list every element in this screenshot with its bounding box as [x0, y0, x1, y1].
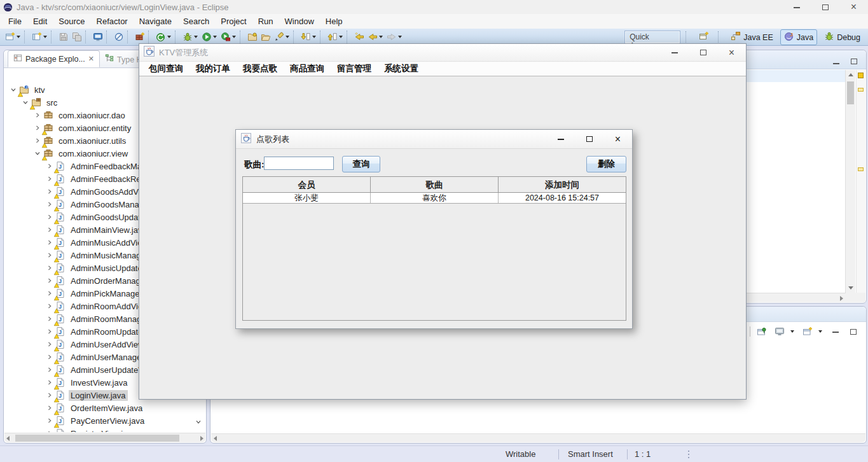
open-console-icon[interactable]: [801, 325, 814, 339]
tree-item-registerview-java[interactable]: JRegisterView.java: [4, 427, 205, 432]
debug-icon[interactable]: [181, 30, 194, 44]
pin-console-icon[interactable]: [755, 325, 768, 339]
dropdown-arrow-icon[interactable]: [213, 36, 217, 38]
menu-source[interactable]: Source: [53, 14, 90, 29]
menu-navigate[interactable]: Navigate: [134, 14, 177, 29]
dialog-minimize-button[interactable]: [546, 130, 575, 148]
toolbar-separator: [240, 31, 244, 43]
close-button[interactable]: [839, 0, 868, 14]
dropdown-arrow-icon[interactable]: [43, 36, 47, 38]
dropdown-arrow-icon[interactable]: [339, 36, 343, 38]
ktv-menu-item[interactable]: 留言管理: [331, 62, 378, 76]
terminal-icon[interactable]: [91, 30, 104, 44]
tree-horizontal-scrollbar[interactable]: [4, 433, 205, 442]
tab-label: Package Explo...: [25, 55, 85, 64]
table-row[interactable]: 张小斐喜欢你2024-08-16 15:24:57: [243, 193, 626, 204]
scroll-left-icon[interactable]: [214, 436, 217, 441]
column-header[interactable]: 歌曲: [371, 177, 499, 192]
refresh-icon[interactable]: [154, 30, 167, 44]
open-resource-icon[interactable]: [259, 30, 272, 44]
collapsed-chevron-icon[interactable]: [45, 428, 55, 432]
scroll-right-icon[interactable]: [200, 436, 203, 441]
run-icon[interactable]: [200, 30, 213, 44]
dropdown-arrow-icon[interactable]: [818, 330, 822, 333]
new-project-icon[interactable]: [30, 30, 43, 44]
ktv-menu-item[interactable]: 系统设置: [378, 62, 425, 76]
query-button[interactable]: 查询: [342, 156, 380, 172]
column-header[interactable]: 添加时间: [499, 177, 626, 192]
menu-project[interactable]: Project: [215, 14, 252, 29]
tree-item-orderitemview-java[interactable]: JOrderItemView.java: [4, 402, 205, 414]
tree-scroll-down-icon[interactable]: [194, 417, 203, 429]
mark-occurrences-icon[interactable]: [272, 30, 286, 44]
last-edit-icon[interactable]: [326, 30, 339, 44]
skip-breakpoints-icon[interactable]: [112, 30, 125, 44]
occurrence-marker[interactable]: [858, 167, 864, 171]
occurrence-marker[interactable]: [858, 73, 864, 78]
dropdown-arrow-icon[interactable]: [17, 36, 20, 38]
song-input[interactable]: [264, 157, 334, 170]
dialog-close-button[interactable]: [603, 130, 632, 148]
ktv-close-button[interactable]: [717, 44, 746, 61]
perspective-java[interactable]: JJava: [780, 29, 817, 45]
dropdown-arrow-icon[interactable]: [167, 36, 171, 38]
menu-search[interactable]: Search: [177, 14, 215, 29]
delete-button[interactable]: 删除: [586, 156, 626, 172]
new-wizard-icon[interactable]: [3, 30, 17, 44]
quick-access-input[interactable]: Quick Access: [625, 31, 680, 43]
ktv-menu-item[interactable]: 我的订单: [189, 62, 237, 76]
console-horizontal-scrollbar[interactable]: [211, 433, 865, 442]
menu-edit[interactable]: Edit: [27, 14, 53, 29]
dropdown-arrow-icon[interactable]: [286, 36, 289, 38]
back-star-icon[interactable]: [352, 30, 366, 44]
scroll-up-icon[interactable]: [848, 73, 853, 76]
scrollbar-thumb[interactable]: [15, 435, 179, 442]
dropdown-arrow-icon[interactable]: [790, 330, 794, 333]
menu-run[interactable]: Run: [252, 14, 279, 29]
open-type-icon[interactable]: [245, 30, 259, 44]
tab-package-explorer[interactable]: Package Explo... ✕: [8, 50, 100, 67]
dropdown-arrow-icon[interactable]: [312, 36, 316, 38]
close-tab-icon[interactable]: ✕: [88, 55, 94, 62]
menu-refactor[interactable]: Refactor: [91, 14, 134, 29]
dropdown-arrow-icon[interactable]: [379, 36, 383, 38]
maximize-view-icon[interactable]: [846, 325, 860, 339]
scroll-right-icon[interactable]: [840, 296, 843, 301]
back-icon[interactable]: [366, 30, 379, 44]
tree-item-paycenterview-java[interactable]: JPayCenterView.java: [4, 414, 205, 427]
new-package-icon[interactable]: [133, 30, 146, 44]
editor-vertical-scrollbar[interactable]: [845, 70, 855, 293]
menu-bar: FileEditSourceRefactorNavigateSearchProj…: [0, 14, 868, 29]
next-annotation-icon[interactable]: [299, 30, 312, 44]
minimize-button[interactable]: [782, 0, 811, 14]
maximize-editor-icon[interactable]: [851, 55, 857, 67]
ktv-maximize-button[interactable]: [689, 44, 717, 61]
run-external-icon[interactable]: [219, 30, 232, 44]
ktv-menu-item[interactable]: 商品查询: [284, 62, 331, 76]
collapsed-chevron-icon[interactable]: [32, 110, 43, 120]
ktv-menu-item[interactable]: 我要点歌: [237, 62, 284, 76]
menu-window[interactable]: Window: [279, 14, 320, 29]
menu-help[interactable]: Help: [320, 14, 348, 29]
perspective-debug[interactable]: Debug: [820, 29, 864, 45]
dropdown-arrow-icon[interactable]: [232, 36, 236, 38]
minimize-editor-icon[interactable]: [833, 55, 839, 67]
forward-icon[interactable]: [385, 30, 398, 44]
ktv-menu-item[interactable]: 包间查询: [142, 62, 189, 76]
minimize-view-icon[interactable]: [829, 325, 842, 339]
scroll-left-icon[interactable]: [6, 436, 10, 441]
overview-ruler[interactable]: [856, 70, 865, 293]
dropdown-arrow-icon[interactable]: [194, 36, 198, 38]
display-console-icon[interactable]: [773, 325, 786, 339]
column-header[interactable]: 会员: [243, 177, 371, 192]
dialog-maximize-button[interactable]: [575, 130, 603, 148]
dropdown-arrow-icon[interactable]: [398, 36, 402, 38]
menu-file[interactable]: File: [3, 14, 27, 29]
ktv-minimize-button[interactable]: [660, 44, 689, 61]
maximize-button[interactable]: [811, 0, 839, 14]
scroll-down-icon[interactable]: [848, 286, 853, 290]
scrollbar-thumb[interactable]: [847, 81, 854, 104]
save-icon[interactable]: [57, 30, 70, 44]
occurrence-marker[interactable]: [858, 88, 864, 92]
save-all-icon[interactable]: [70, 30, 83, 44]
